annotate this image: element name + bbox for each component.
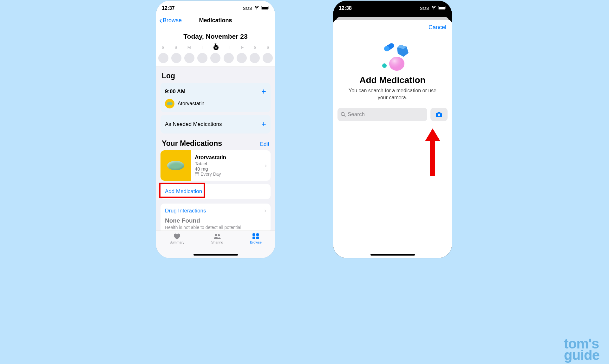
phone-medications: 12:37 SOS ‹ Browse Medications Today, No… (156, 1, 275, 258)
status-bar: 12:38 SOS (333, 1, 452, 15)
search-placeholder: Search (348, 111, 365, 118)
week-day[interactable]: T (229, 45, 231, 52)
grid-icon (252, 233, 260, 240)
status-right-cluster: SOS (420, 6, 446, 11)
watermark-logo: tom's guide (564, 338, 599, 361)
day-circle[interactable] (263, 53, 273, 63)
svg-rect-8 (256, 233, 259, 236)
watermark-line2: guide (564, 349, 599, 361)
as-needed-label: As Needed Medications (165, 121, 222, 127)
status-bar: 12:37 SOS (156, 1, 275, 15)
day-circle[interactable] (224, 53, 234, 63)
status-time: 12:38 (339, 5, 352, 11)
status-time: 12:37 (162, 5, 175, 11)
day-circle[interactable] (158, 53, 168, 63)
log-card[interactable]: 9:00 AM + Atorvastatin (160, 83, 271, 112)
search-icon (341, 112, 346, 117)
week-day[interactable]: S (254, 45, 257, 52)
nav-bar: ‹ Browse Medications (156, 15, 275, 27)
day-circle[interactable] (171, 53, 181, 63)
battery-icon (261, 6, 269, 11)
interactions-title: Drug Interactions (165, 208, 206, 214)
svg-point-16 (389, 57, 404, 71)
day-circle[interactable] (184, 53, 194, 63)
edit-button[interactable]: Edit (260, 141, 269, 147)
log-med-name: Atorvastatin (178, 101, 204, 107)
add-medication-sheet: Cancel Add Medication You can search for… (333, 20, 452, 258)
week-day[interactable]: F (241, 45, 244, 52)
sos-indicator: SOS (243, 6, 252, 11)
heart-icon (173, 233, 181, 240)
add-medication-button[interactable]: Add Medication (160, 184, 271, 199)
med-name: Atorvastatin (195, 154, 261, 161)
svg-rect-2 (269, 7, 269, 9)
add-medication-label: Add Medication (165, 188, 202, 194)
svg-rect-9 (252, 237, 255, 239)
medication-card-atorvastatin[interactable]: Atorvastatin Tablet 40 mg Every Day › (160, 150, 271, 181)
week-calendar-strip[interactable]: ▼ SSMTWWTFSS (156, 42, 275, 67)
screenshot-stage: 12:37 SOS ‹ Browse Medications Today, No… (79, 0, 530, 266)
svg-rect-10 (256, 237, 259, 239)
add-as-needed-icon[interactable]: + (261, 119, 266, 129)
as-needed-row[interactable]: As Needed Medications + (160, 115, 271, 133)
day-circle[interactable] (237, 53, 247, 63)
pill-icon (165, 99, 174, 108)
week-day[interactable]: S (174, 45, 177, 52)
svg-rect-7 (252, 233, 255, 236)
svg-point-14 (382, 63, 387, 68)
log-medication-row[interactable]: Atorvastatin (165, 99, 266, 108)
camera-button[interactable] (430, 108, 448, 121)
cancel-button[interactable]: Cancel (429, 24, 446, 31)
svg-point-6 (218, 234, 219, 236)
svg-point-23 (438, 114, 440, 116)
sheet-description: You can search for a medication or use y… (333, 87, 452, 108)
log-section-title: Log (156, 67, 275, 83)
tab-label: Summary (169, 240, 184, 244)
camera-icon (435, 111, 443, 118)
chevron-right-icon: › (265, 162, 267, 169)
week-day[interactable]: S (266, 45, 269, 52)
calendar-icon (195, 172, 199, 176)
med-strength: 40 mg (195, 166, 261, 172)
week-day[interactable]: M (187, 45, 191, 52)
svg-point-5 (215, 234, 217, 236)
status-right-cluster: SOS (243, 6, 269, 11)
sheet-title: Add Medication (333, 73, 452, 87)
tab-bar: Summary Sharing Browse (156, 231, 275, 258)
wifi-icon (254, 6, 259, 11)
medications-scroll-area[interactable]: Log 9:00 AM + Atorvastatin As Needed Med… (156, 67, 275, 257)
week-day[interactable]: T (201, 45, 203, 52)
svg-rect-1 (262, 7, 268, 9)
day-circle[interactable] (197, 53, 207, 63)
tab-browse[interactable]: Browse (250, 233, 262, 258)
svg-line-22 (344, 115, 345, 117)
drug-interactions-card[interactable]: Drug Interactions › None Found Health is… (160, 204, 271, 233)
sos-indicator: SOS (420, 6, 429, 11)
log-time: 9:00 AM (165, 88, 186, 95)
page-title: Medications (199, 17, 232, 24)
chevron-left-icon: ‹ (159, 18, 162, 23)
wifi-icon (431, 6, 436, 11)
search-input[interactable]: Search (337, 108, 427, 121)
battery-icon (438, 6, 446, 11)
svg-rect-4 (195, 172, 199, 174)
tab-label: Browse (250, 240, 262, 244)
week-day[interactable]: WW (213, 45, 219, 52)
people-icon (213, 233, 221, 240)
your-medications-title: Your Medications (162, 139, 222, 148)
week-day[interactable]: S (162, 45, 165, 52)
day-circle[interactable] (250, 53, 260, 63)
chevron-right-icon: › (264, 207, 266, 214)
home-indicator (370, 254, 415, 256)
back-button[interactable]: ‹ Browse (159, 17, 191, 24)
svg-point-24 (441, 114, 442, 114)
med-frequency: Every Day (195, 172, 261, 177)
phone-add-medication: 12:38 SOS Cancel Add Medicatio (333, 1, 452, 258)
day-circle[interactable] (210, 53, 220, 63)
home-indicator (193, 254, 238, 256)
tab-label: Sharing (211, 240, 223, 244)
interactions-detail: Health is not able to detect all potenti… (165, 225, 266, 230)
interactions-none: None Found (165, 217, 266, 224)
tab-summary[interactable]: Summary (169, 233, 184, 258)
add-log-icon[interactable]: + (261, 87, 266, 96)
